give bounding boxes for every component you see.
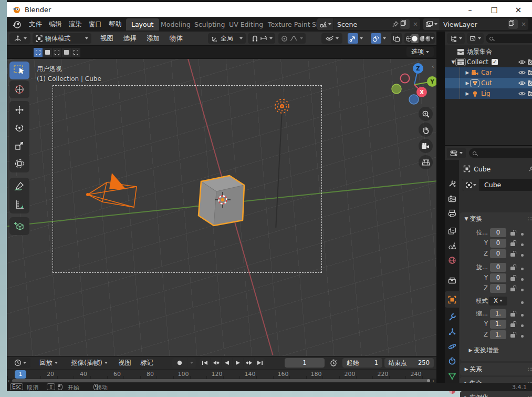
blender-menu-icon[interactable]: [12, 21, 22, 29]
viewport-menu-view[interactable]: 视图: [98, 34, 116, 43]
outliner-filter-button[interactable]: [467, 33, 484, 44]
menu-file[interactable]: 文件: [26, 19, 45, 29]
disable-render-camera-icon[interactable]: [527, 90, 532, 97]
proportional-editing-controls[interactable]: [278, 33, 306, 44]
collection-label[interactable]: Collect: [467, 58, 488, 66]
menu-render[interactable]: 渲染: [66, 19, 85, 29]
menu-window[interactable]: 窗口: [86, 19, 105, 29]
animate-dot-icon[interactable]: [521, 301, 524, 304]
lock-icon[interactable]: [510, 242, 515, 246]
timeline-ruler[interactable]: 20 40 60 80 100 120 140 160 180 200 220 …: [7, 369, 436, 379]
animate-dot-icon[interactable]: [521, 314, 524, 317]
disable-render-camera-icon[interactable]: [527, 59, 532, 65]
menu-help[interactable]: 帮助: [106, 19, 125, 29]
lock-icon[interactable]: [510, 277, 515, 281]
tool-cursor[interactable]: [9, 80, 29, 98]
minimize-button[interactable]: –: [460, 2, 481, 17]
panel-grip-icon[interactable]: ∷∷: [528, 216, 532, 222]
tab-collection[interactable]: [445, 273, 459, 287]
animate-dot-icon[interactable]: [521, 233, 524, 236]
tab-physics[interactable]: [445, 340, 459, 353]
mode-selector[interactable]: 物体模式: [33, 33, 91, 44]
light-object[interactable]: [273, 97, 291, 116]
tool-add-cube[interactable]: [9, 217, 29, 235]
animate-dot-icon[interactable]: [521, 289, 524, 291]
lock-icon[interactable]: [510, 267, 515, 270]
transform-panel-header[interactable]: ▼ 变换 ∷∷: [460, 212, 532, 225]
frame-start-field[interactable]: 起始1: [342, 358, 382, 368]
properties-search-input[interactable]: [469, 148, 532, 158]
pin-icon[interactable]: [392, 21, 399, 28]
tab-render[interactable]: [445, 191, 459, 205]
tab-tool[interactable]: [445, 177, 459, 190]
properties-editor-type-button[interactable]: [447, 148, 466, 158]
hide-eye-icon[interactable]: [518, 69, 526, 76]
unlink-scene-button[interactable]: ×: [411, 21, 420, 28]
pan-button[interactable]: [419, 123, 433, 137]
viewlayer-name[interactable]: ViewLayer: [440, 21, 507, 28]
camera-view-button[interactable]: [419, 139, 433, 153]
location-x-field[interactable]: 0: [490, 228, 506, 237]
new-scene-button[interactable]: [400, 19, 410, 29]
hide-eye-icon[interactable]: [518, 90, 526, 97]
scrollbar-end-knob[interactable]: [427, 379, 430, 382]
animate-dot-icon[interactable]: [521, 335, 524, 338]
outliner-search-input[interactable]: [486, 34, 532, 43]
rotation-mode-dropdown[interactable]: X: [489, 297, 507, 306]
delta-transform-subpanel[interactable]: ▶变换增量: [460, 345, 532, 355]
tool-select-box[interactable]: [9, 62, 29, 79]
tool-scale[interactable]: [9, 137, 29, 155]
viewport-menu-add[interactable]: 添加: [144, 34, 162, 43]
jump-to-start-button[interactable]: [200, 358, 210, 368]
tool-measure[interactable]: [9, 196, 29, 213]
lock-icon[interactable]: [510, 288, 515, 291]
lock-icon[interactable]: [510, 253, 515, 257]
auto-keying-record-button[interactable]: [172, 358, 187, 368]
disclosure-closed-icon[interactable]: ▶: [464, 80, 471, 86]
animate-dot-icon[interactable]: [521, 324, 524, 327]
prev-keyframe-button[interactable]: [211, 358, 221, 368]
timeline-editor-type-button[interactable]: [9, 358, 30, 368]
disclosure-closed-icon[interactable]: ▶: [464, 91, 471, 96]
maximize-button[interactable]: □: [484, 2, 505, 17]
rotation-y-field[interactable]: 0: [490, 273, 506, 282]
viewport-3d[interactable]: 用户透视 (1) Collection | Cube Z Y X: [7, 59, 436, 356]
select-mode-invert-button[interactable]: [62, 48, 71, 57]
camera-object[interactable]: [76, 169, 144, 217]
instancing-panel[interactable]: ▶实例化∷∷: [460, 391, 532, 397]
scroll-left-arrow[interactable]: ›: [8, 379, 10, 383]
scroll-right-arrow[interactable]: ‹: [432, 379, 434, 383]
rotation-x-field[interactable]: 0: [490, 263, 506, 272]
use-preview-range-button[interactable]: [328, 358, 339, 368]
disable-render-camera-icon[interactable]: [527, 69, 532, 76]
pin-icon[interactable]: [528, 165, 532, 172]
object-name-field[interactable]: Cube: [462, 179, 532, 191]
remove-viewlayer-button[interactable]: ×: [519, 21, 528, 28]
outliner-light-row[interactable]: ▶ Lig: [445, 88, 532, 99]
tool-transform[interactable]: [9, 155, 29, 172]
editor-type-button[interactable]: [9, 33, 30, 44]
new-viewlayer-button[interactable]: [508, 19, 518, 29]
transform-orientation-selector[interactable]: 全局: [208, 33, 246, 44]
timeline-menu-markers[interactable]: 标记: [138, 358, 156, 368]
gizmo-axis-x-negative[interactable]: [401, 74, 410, 83]
keying-set-dropdown[interactable]: [187, 358, 196, 368]
navigation-gizmo[interactable]: Z Y X: [389, 60, 436, 109]
panel-grip-icon[interactable]: ∷∷: [528, 394, 532, 397]
animate-dot-icon[interactable]: [521, 268, 524, 270]
disclosure-closed-icon[interactable]: ▶: [464, 70, 471, 75]
object-id-browse-button[interactable]: [462, 179, 480, 191]
relations-panel[interactable]: ▶关系∷∷: [460, 363, 532, 375]
gizmos-toggle[interactable]: [345, 33, 366, 44]
shading-wireframe-icon[interactable]: [405, 35, 411, 42]
hide-eye-icon[interactable]: [518, 80, 526, 86]
outliner-camera-row[interactable]: ▶ Car: [445, 67, 532, 78]
cube-object-label[interactable]: Cut: [481, 79, 492, 87]
panel-grip-icon[interactable]: ∷∷: [528, 366, 532, 373]
current-frame-marker[interactable]: 1: [15, 370, 26, 379]
shading-solid-icon[interactable]: [411, 34, 418, 43]
timeline-menu-playback[interactable]: 回放: [37, 358, 60, 368]
timeline-menu-view[interactable]: 视图: [116, 358, 134, 368]
shading-material-icon[interactable]: [419, 35, 424, 42]
disclosure-open-icon[interactable]: ▼: [450, 59, 456, 65]
